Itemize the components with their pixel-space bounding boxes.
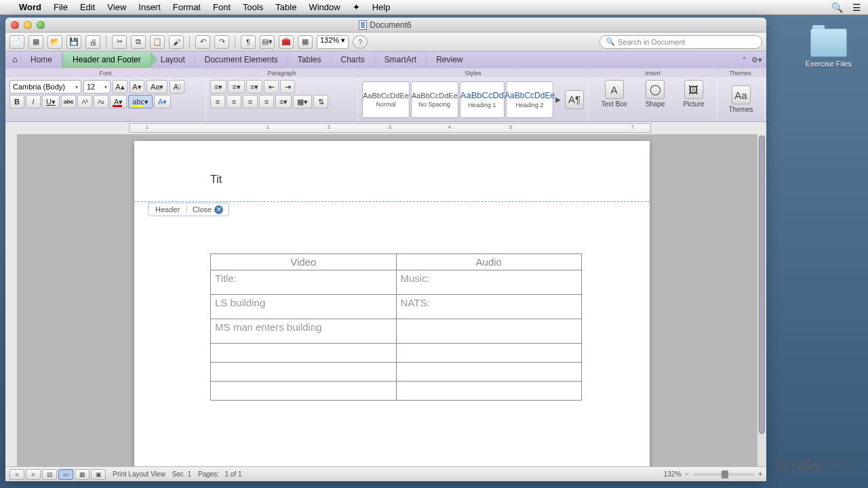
menu-tools[interactable]: Tools (243, 2, 263, 12)
header-label[interactable]: Header (149, 205, 187, 214)
align-center-button[interactable]: ≡ (226, 95, 241, 108)
font-family-select[interactable]: Cambria (Body)▾ (9, 80, 81, 94)
view-notebook-button[interactable]: ▦ (75, 469, 90, 480)
menu-table[interactable]: Table (275, 2, 296, 12)
open-button[interactable]: 📂 (47, 35, 62, 49)
multilevel-button[interactable]: ≡▾ (246, 80, 262, 94)
change-case-button[interactable]: Aa▾ (146, 80, 167, 94)
justify-button[interactable]: ≡ (259, 95, 274, 108)
copy-button[interactable]: ⧉ (131, 35, 146, 49)
zoom-out-button[interactable]: − (685, 470, 689, 478)
vertical-ruler[interactable] (5, 134, 18, 466)
zoom-window-icon[interactable] (37, 21, 45, 29)
view-focus-button[interactable]: ▣ (91, 469, 106, 480)
grow-font-button[interactable]: A▴ (113, 80, 127, 94)
zoom-slider[interactable] (693, 473, 754, 476)
help-button[interactable]: ? (353, 35, 368, 49)
tab-header-footer[interactable]: Header and Footer (62, 52, 151, 68)
menu-list-icon[interactable]: ☰ (852, 2, 861, 13)
menu-file[interactable]: File (54, 2, 68, 12)
template-button[interactable]: ▦ (28, 35, 43, 49)
home-icon[interactable]: ⌂ (12, 52, 22, 68)
strikethrough-button[interactable]: abc (61, 95, 76, 108)
superscript-button[interactable]: A² (77, 95, 92, 108)
menu-window[interactable]: Window (309, 2, 340, 12)
italic-button[interactable]: I (26, 95, 41, 108)
gallery-button[interactable]: ▦ (298, 35, 313, 49)
view-print-layout-button[interactable]: ▭ (58, 469, 73, 480)
collapse-ribbon-icon[interactable]: ⌃ (741, 56, 747, 64)
text-effects-button[interactable]: A▾ (154, 95, 171, 108)
menu-format[interactable]: Format (173, 2, 201, 12)
view-draft-button[interactable]: ≡ (9, 469, 24, 480)
header-area[interactable]: Tit Header Close ✕ (134, 141, 650, 202)
view-publishing-button[interactable]: ▤ (42, 469, 57, 480)
zoom-in-button[interactable]: + (758, 470, 762, 478)
word-window: Document6 📄 ▦ 📂 💾 🖨 ✂ ⧉ 📋 🖌 ↶ ↷ ¶ ▤▾ 🧰 ▦… (5, 18, 766, 481)
increase-indent-button[interactable]: ⇥ (280, 80, 295, 94)
borders-button[interactable]: ▦▾ (293, 95, 312, 108)
new-button[interactable]: 📄 (9, 35, 24, 49)
undo-button[interactable]: ↶ (195, 35, 210, 49)
font-size-select[interactable]: 12▾ (83, 80, 111, 94)
tab-document-elements[interactable]: Document Elements (195, 52, 288, 68)
show-marks-button[interactable]: ¶ (241, 35, 256, 49)
paste-button[interactable]: 📋 (150, 35, 165, 49)
line-spacing-button[interactable]: ≡▾ (275, 95, 292, 108)
subscript-button[interactable]: A₂ (94, 95, 108, 108)
styles-pane-button[interactable]: A¶ (565, 90, 584, 109)
scroll-thumb[interactable] (759, 136, 765, 434)
bold-button[interactable]: B (9, 95, 24, 108)
style-normal[interactable]: AaBbCcDdEe Normal (362, 81, 410, 118)
sidebar-button[interactable]: ▤▾ (260, 35, 275, 49)
styles-more-button[interactable]: ▸ (555, 93, 561, 106)
highlight-button[interactable]: abc▾ (128, 95, 153, 108)
tab-tables[interactable]: Tables (288, 52, 331, 68)
tab-smartart[interactable]: SmartArt (374, 52, 426, 68)
underline-button[interactable]: U▾ (42, 95, 60, 108)
menu-insert[interactable]: Insert (138, 2, 161, 12)
spotlight-icon[interactable]: 🔍 (831, 2, 843, 13)
decrease-indent-button[interactable]: ⇤ (264, 80, 279, 94)
format-painter-button[interactable]: 🖌 (169, 35, 184, 49)
tab-charts[interactable]: Charts (331, 52, 374, 68)
desktop-folder[interactable]: Exercise Files (806, 28, 852, 68)
font-color-button[interactable]: A▾ (110, 95, 127, 108)
minimize-window-icon[interactable] (24, 21, 32, 29)
menu-edit[interactable]: Edit (80, 2, 95, 12)
menu-help[interactable]: Help (372, 2, 391, 12)
tab-review[interactable]: Review (426, 52, 472, 68)
save-button[interactable]: 💾 (66, 35, 81, 49)
horizontal-ruler[interactable]: 1 1 2 3 4 5 7 (129, 123, 651, 133)
menu-view[interactable]: View (107, 2, 126, 12)
bullets-button[interactable]: ≡▾ (210, 80, 226, 94)
print-button[interactable]: 🖨 (85, 35, 100, 49)
textbox-button[interactable]: A Text Box (601, 80, 627, 119)
close-header-button[interactable]: Close ✕ (187, 205, 229, 214)
clear-format-button[interactable]: A⃠ (170, 80, 184, 94)
menu-script-icon[interactable]: ✦ (353, 2, 360, 12)
vertical-scrollbar[interactable] (757, 134, 766, 466)
tab-home[interactable]: Home (20, 52, 62, 68)
redo-button[interactable]: ↷ (214, 35, 229, 49)
toolbox-button[interactable]: 🧰 (279, 35, 294, 49)
app-name[interactable]: Word (19, 2, 41, 12)
cut-button[interactable]: ✂ (112, 35, 127, 49)
align-right-button[interactable]: ≡ (243, 95, 258, 108)
style-heading1[interactable]: AaBbCcDd Heading 1 (460, 81, 505, 118)
shape-button[interactable]: ◯ Shape (646, 80, 665, 119)
numbering-button[interactable]: ≡▾ (228, 80, 244, 94)
sort-button[interactable]: ⇅ (313, 95, 328, 108)
view-outline-button[interactable]: ≡ (26, 469, 41, 480)
menu-font[interactable]: Font (213, 2, 231, 12)
shrink-font-button[interactable]: A▾ (130, 80, 144, 94)
style-heading2[interactable]: AaBbCcDdEe Heading 2 (506, 81, 553, 118)
themes-button[interactable]: Aa Themes (728, 85, 753, 113)
search-input[interactable]: 🔍 Search in Document (599, 35, 762, 49)
ribbon-settings-icon[interactable]: ⚙▾ (751, 56, 762, 64)
style-no-spacing[interactable]: AaBbCcDdEe No Spacing (411, 81, 458, 118)
close-window-icon[interactable] (11, 21, 19, 29)
zoom-select[interactable]: 132% ▾ (317, 35, 349, 49)
picture-button[interactable]: 🖼 Picture (683, 80, 704, 119)
align-left-button[interactable]: ≡ (210, 95, 225, 108)
